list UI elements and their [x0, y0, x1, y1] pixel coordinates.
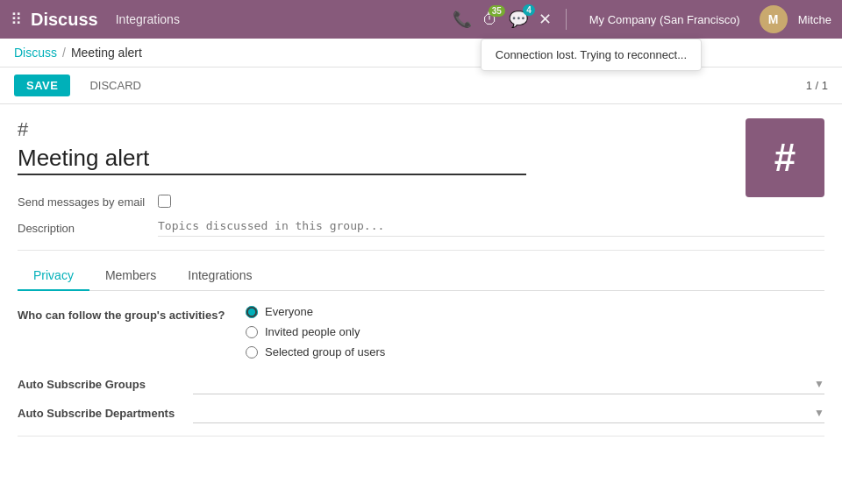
- chat-badge: 4: [523, 4, 535, 16]
- record-nav: 1 / 1: [806, 79, 828, 92]
- channel-name-input[interactable]: [18, 145, 526, 175]
- user-avatar[interactable]: M: [760, 5, 788, 33]
- auto-subscribe-departments-label: Auto Subscribe Departments: [18, 407, 193, 420]
- radio-invited-input[interactable]: [246, 326, 258, 338]
- breadcrumb-current: Meeting alert: [71, 46, 142, 60]
- navbar-icons: 📞 ⏱ 35 💬 4 ✕ My Company (San Francisco) …: [453, 5, 831, 33]
- phone-icon-btn[interactable]: 📞: [453, 10, 472, 29]
- hash-label: #: [18, 118, 824, 141]
- privacy-options: Everyone Invited people only Selected gr…: [246, 305, 385, 358]
- form-area: # # Send messages by email Description P…: [0, 104, 842, 461]
- tab-members[interactable]: Members: [89, 261, 172, 291]
- navbar-menu-integrations[interactable]: Integrations: [116, 12, 180, 26]
- breadcrumb: Discuss / Meeting alert: [0, 39, 842, 67]
- chat-icon-btn[interactable]: 💬 4: [509, 10, 528, 29]
- send-email-row: Send messages by email: [18, 193, 824, 210]
- channel-thumbnail: #: [746, 118, 824, 197]
- auto-subscribe-section: Auto Subscribe Groups ▼ Auto Subscribe D…: [18, 374, 824, 423]
- description-row: Description: [18, 219, 824, 239]
- bottom-separator: [18, 436, 824, 437]
- username[interactable]: Mitche: [798, 13, 831, 26]
- navbar-divider: [566, 9, 567, 30]
- separator: [18, 250, 824, 251]
- radio-invited[interactable]: Invited people only: [246, 325, 385, 338]
- radio-everyone-label: Everyone: [265, 305, 313, 318]
- radio-selected-label: Selected group of users: [265, 345, 385, 358]
- auto-subscribe-groups-arrow: ▼: [814, 378, 824, 390]
- auto-subscribe-groups-select-wrapper[interactable]: ▼: [193, 374, 824, 394]
- breadcrumb-separator: /: [62, 46, 66, 60]
- description-label: Description: [18, 219, 158, 235]
- tab-content-privacy: Who can follow the group's activities? E…: [18, 305, 824, 447]
- tab-integrations[interactable]: Integrations: [172, 261, 268, 291]
- description-input[interactable]: [158, 219, 824, 237]
- timer-badge: 35: [489, 5, 505, 17]
- grid-icon[interactable]: ⠿: [11, 10, 22, 29]
- breadcrumb-root[interactable]: Discuss: [14, 46, 57, 60]
- radio-selected[interactable]: Selected group of users: [246, 345, 385, 358]
- avatar-initials: M: [768, 12, 779, 26]
- phone-icon: 📞: [453, 11, 472, 28]
- close-icon: ✕: [539, 11, 552, 28]
- navbar: ⠿ Discuss Integrations 📞 ⏱ 35 💬 4 ✕ My C…: [0, 0, 842, 39]
- auto-subscribe-groups-row: Auto Subscribe Groups ▼: [18, 374, 824, 394]
- tabs-bar: Privacy Members Integrations: [18, 261, 824, 291]
- auto-subscribe-groups-label: Auto Subscribe Groups: [18, 378, 193, 391]
- timer-icon-btn[interactable]: ⏱ 35: [482, 11, 498, 29]
- toolbar: SAVE DISCARD 1 / 1: [0, 67, 842, 104]
- company-name[interactable]: My Company (San Francisco): [589, 13, 740, 26]
- connection-tooltip: Connection lost. Trying to reconnect...: [481, 39, 702, 71]
- radio-everyone-input[interactable]: [246, 306, 258, 318]
- send-email-label: Send messages by email: [18, 193, 158, 209]
- tab-privacy[interactable]: Privacy: [18, 261, 89, 291]
- app-title: Discuss: [31, 10, 98, 30]
- privacy-row: Who can follow the group's activities? E…: [18, 305, 824, 358]
- close-icon-btn[interactable]: ✕: [539, 10, 552, 29]
- discard-button[interactable]: DISCARD: [77, 75, 153, 96]
- send-email-control: [158, 193, 824, 210]
- thumbnail-hash-icon: #: [774, 136, 796, 180]
- auto-subscribe-departments-select-wrapper[interactable]: ▼: [193, 403, 824, 423]
- radio-invited-label: Invited people only: [265, 325, 360, 338]
- radio-everyone[interactable]: Everyone: [246, 305, 385, 318]
- save-button[interactable]: SAVE: [14, 75, 70, 96]
- auto-subscribe-departments-arrow: ▼: [814, 407, 824, 419]
- tooltip-message: Connection lost. Trying to reconnect...: [496, 48, 687, 61]
- send-email-checkbox[interactable]: [158, 195, 171, 208]
- privacy-question: Who can follow the group's activities?: [18, 305, 246, 322]
- auto-subscribe-departments-row: Auto Subscribe Departments ▼: [18, 403, 824, 423]
- radio-selected-input[interactable]: [246, 346, 258, 358]
- description-control: [158, 219, 824, 239]
